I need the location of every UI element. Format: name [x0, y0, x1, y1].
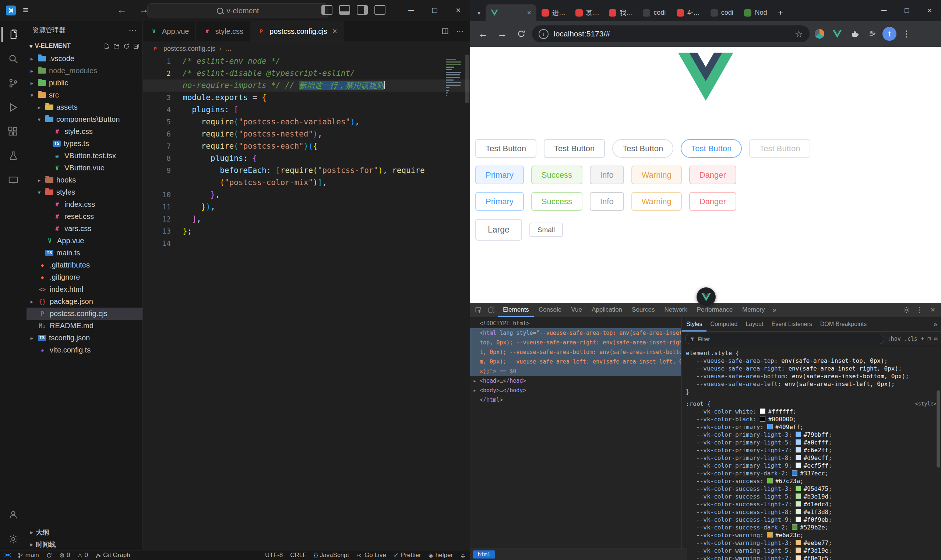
css-declaration[interactable]: --vk-color-success-light-9: #f0f9eb;	[686, 516, 936, 523]
dom-breadcrumb-html[interactable]: html	[473, 551, 495, 558]
devtools-menu-icon[interactable]: ⋮	[913, 304, 926, 316]
browser-tab-vue[interactable]: ×	[485, 5, 536, 21]
code-line[interactable]: 5 require("postcss-each-variables"),	[143, 116, 470, 128]
status-prettier[interactable]: ✓Prettier	[394, 552, 421, 559]
new-folder-icon[interactable]	[113, 43, 120, 49]
explorer-icon[interactable]	[2, 23, 25, 46]
code-line[interactable]: 11 }),	[143, 201, 470, 213]
toggle-panel-icon[interactable]	[339, 5, 350, 15]
site-info-icon[interactable]: i	[539, 29, 548, 39]
status-bell[interactable]	[460, 552, 466, 559]
side-panel-icon[interactable]	[865, 26, 880, 42]
status-go-live[interactable]: Go Live	[356, 552, 386, 559]
demo-button-test-button[interactable]: Test Button	[544, 139, 605, 158]
color-swatch[interactable]	[760, 416, 765, 422]
css-declaration[interactable]: --vueuse-safe-area-top: env(safe-area-in…	[686, 357, 936, 365]
sidebar-tab-layout[interactable]: Layout	[741, 317, 767, 332]
color-swatch[interactable]	[767, 532, 773, 538]
close-tab-icon[interactable]: ×	[333, 26, 337, 36]
close-tab-icon[interactable]: ×	[527, 8, 531, 17]
demo-button-warning[interactable]: Warning	[631, 166, 682, 184]
tree-item-components\button[interactable]: ▾components\Button	[26, 113, 142, 125]
tree-item-types.ts[interactable]: TStypes.ts	[26, 138, 142, 150]
devtools-tab-sources[interactable]: Sources	[627, 303, 659, 317]
split-editor-icon[interactable]	[441, 28, 449, 35]
tree-item-main.ts[interactable]: TSmain.ts	[26, 247, 142, 259]
color-swatch[interactable]	[796, 447, 801, 452]
command-center-search[interactable]: v-element	[147, 3, 328, 18]
status-git-graph[interactable]: Git Graph	[95, 552, 130, 559]
code-line[interactable]: 12 ],	[143, 213, 470, 225]
demo-button-test-button[interactable]: Test Button	[612, 139, 673, 158]
profile-avatar[interactable]: t	[882, 27, 896, 41]
status-helper[interactable]: ◈helper	[428, 552, 453, 559]
breadcrumb[interactable]: P postcss.config.cjs › …	[143, 42, 470, 55]
testing-icon[interactable]	[2, 145, 25, 168]
status-0[interactable]: △0	[77, 552, 88, 559]
code-line[interactable]: 14	[143, 237, 470, 249]
code-line[interactable]: 9 beforeEach: [require("postcss-for"), r…	[143, 165, 470, 177]
sidebar-tab-event-listeners[interactable]: Event Listeners	[767, 317, 816, 332]
dom-node-row[interactable]: <html lang style="--vueuse-safe-area-top…	[470, 328, 681, 338]
css-declaration[interactable]: --vk-color-primary-light-5: #a0cfff;	[686, 438, 936, 446]
close-button[interactable]: ×	[918, 0, 941, 21]
color-swatch[interactable]	[796, 455, 801, 460]
css-declaration[interactable]: --vk-color-success-light-8: #e1f3d8;	[686, 508, 936, 516]
status-remote[interactable]: ><	[5, 552, 10, 559]
code-line[interactable]: 10 },	[143, 189, 470, 201]
editor-scrollbar[interactable]	[465, 55, 470, 103]
dom-node-row[interactable]: x);"> == $0	[470, 366, 681, 376]
tree-item-hooks[interactable]: ▸hooks	[26, 174, 142, 186]
debug-icon[interactable]	[2, 96, 25, 119]
demo-button-test-button[interactable]: Test Button	[681, 139, 742, 158]
css-declaration[interactable]: --vk-color-warning-light-7: #f8e3c5;	[686, 554, 936, 560]
tree-item-.gitignore[interactable]: ◆.gitignore	[26, 271, 142, 283]
demo-button-success[interactable]: Success	[531, 192, 582, 211]
status-crlf[interactable]: CRLF	[290, 552, 306, 559]
reload-icon[interactable]	[513, 25, 530, 42]
back-icon[interactable]: ←	[117, 4, 127, 15]
devtools-tab-application[interactable]: Application	[587, 303, 627, 317]
bookmark-star-icon[interactable]: ☆	[795, 29, 803, 39]
tree-item-.vscode[interactable]: ▸.vscode	[26, 52, 142, 65]
tree-item-styles[interactable]: ▾styles	[26, 186, 142, 198]
color-swatch[interactable]	[792, 470, 798, 476]
demo-button-info[interactable]: Info	[590, 166, 624, 184]
color-swatch[interactable]	[796, 439, 801, 445]
browser-tab-4-10[interactable]: 4-10	[671, 5, 705, 21]
code-line[interactable]: 6 require("postcss-nested"),	[143, 128, 470, 140]
css-declaration[interactable]: --vk-color-primary: #409eff;	[686, 423, 936, 431]
tree-item-vbutton.test.tsx[interactable]: ◉VButton.test.tsx	[26, 150, 142, 162]
vue-devtools-fab[interactable]	[696, 288, 716, 306]
code-line[interactable]: 3module.exports = {	[143, 92, 470, 104]
status-utf-8[interactable]: UTF-8	[265, 552, 283, 559]
devtools-tab-console[interactable]: Console	[534, 303, 566, 317]
tree-item-postcss.config.cjs[interactable]: Ppostcss.config.cjs	[26, 308, 142, 320]
tree-item-.gitattributes[interactable]: ◆.gitattributes	[26, 259, 142, 271]
tree-item-vbutton.vue[interactable]: VVButton.vue	[26, 162, 142, 174]
browser-tab-Nod[interactable]: Nod	[739, 5, 773, 21]
minimap[interactable]	[446, 57, 462, 98]
css-declaration[interactable]: --vk-color-primary-light-7: #c6e2ff;	[686, 446, 936, 454]
demo-button-large[interactable]: Large	[475, 219, 522, 241]
address-bar[interactable]: i localhost:5173/# ☆	[532, 25, 810, 42]
devtools-tab-memory[interactable]: Memory	[738, 303, 769, 317]
css-declaration[interactable]: --vueuse-safe-area-right: env(safe-area-…	[686, 365, 936, 372]
expand-arrow-icon[interactable]: ▸	[473, 376, 480, 386]
css-declaration[interactable]: --vk-color-success: #67c23a;	[686, 477, 936, 485]
css-declaration[interactable]: --vk-color-white: #ffffff;	[686, 408, 936, 415]
color-swatch[interactable]	[760, 408, 765, 414]
toggle-secondary-sidebar-icon[interactable]	[357, 5, 368, 15]
css-declaration[interactable]: --vk-color-black: #000000;	[686, 415, 936, 423]
style-toggles[interactable]: :hov .cls +	[888, 335, 924, 342]
css-declaration[interactable]: --vk-color-success-light-5: #b3e19d;	[686, 493, 936, 500]
browser-tab-codi[interactable]: codi	[638, 5, 671, 21]
color-swatch[interactable]	[796, 548, 801, 553]
account-icon[interactable]	[2, 503, 25, 526]
minimize-button[interactable]: ─	[873, 0, 895, 21]
status--javascript[interactable]: {} JavaScript	[314, 552, 349, 559]
css-declaration[interactable]: --vk-color-success-dark-2: #529b2e;	[686, 523, 936, 531]
editor-more-icon[interactable]: ⋯	[456, 27, 464, 36]
new-file-icon[interactable]	[103, 43, 110, 49]
demo-button-small[interactable]: Small	[530, 223, 563, 237]
